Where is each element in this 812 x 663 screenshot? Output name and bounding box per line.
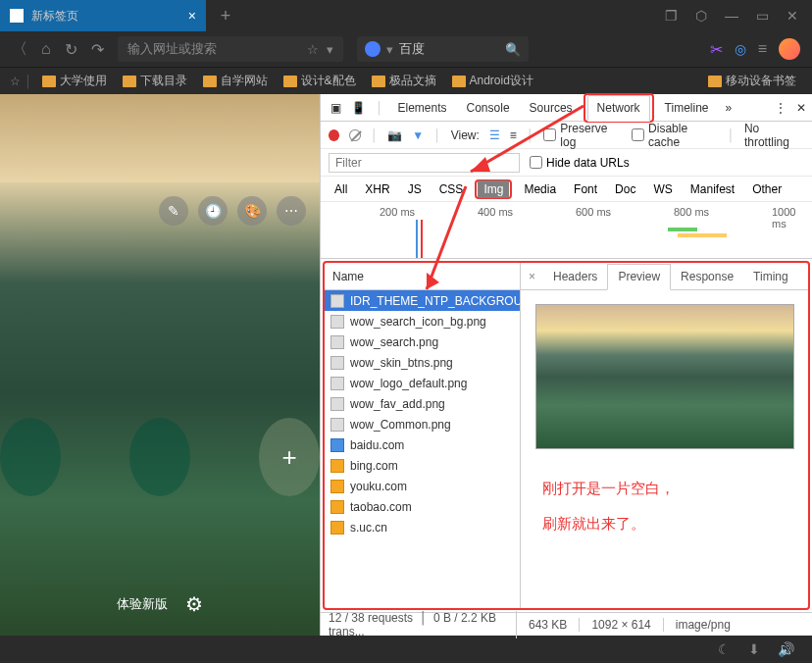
request-row[interactable]: bing.com (325, 455, 520, 476)
folder-icon (283, 76, 297, 87)
type-xhr[interactable]: XHR (359, 180, 395, 198)
device-icon[interactable]: 📱 (347, 101, 370, 115)
tab-timeline[interactable]: Timeline (656, 94, 718, 121)
download-icon[interactable]: ⬇ (748, 641, 760, 657)
speed-dial-add[interactable]: + (259, 418, 320, 496)
type-img[interactable]: Img (478, 180, 509, 198)
inspect-icon[interactable]: ▣ (327, 101, 345, 115)
bookmark-star-icon[interactable]: ☆ (10, 75, 21, 88)
waterfall-timeline[interactable]: 200 ms 400 ms 600 ms 800 ms 1000 ms (321, 202, 812, 259)
mobile-bookmarks[interactable]: 移动设备书签 (702, 73, 802, 89)
request-row[interactable]: wow_skin_btns.png (325, 352, 520, 373)
disable-cache-checkbox[interactable]: Disable cache (632, 122, 717, 149)
home-icon[interactable]: ⌂ (41, 40, 51, 58)
view-large-icon[interactable]: ☰ (489, 128, 500, 142)
throttling-select[interactable]: No throttling (744, 122, 804, 149)
type-media[interactable]: Media (518, 180, 562, 198)
bookmark-folder[interactable]: 自学网站 (197, 73, 274, 89)
ntp-palette-icon[interactable]: 🎨 (237, 196, 267, 226)
type-ws[interactable]: WS (647, 180, 678, 198)
request-row[interactable]: taobao.com (325, 496, 520, 517)
speed-dial[interactable] (0, 418, 61, 496)
ntp-history-icon[interactable]: 🕘 (198, 196, 228, 226)
request-row[interactable]: wow_search_icon_bg.png (325, 311, 520, 332)
type-css[interactable]: CSS (433, 180, 470, 198)
dropdown-icon[interactable]: ▾ (327, 42, 333, 57)
close-preview-icon[interactable]: × (521, 270, 543, 283)
tab-preview[interactable]: Preview (607, 264, 671, 290)
new-tab-button[interactable]: + (206, 0, 245, 31)
reload-icon[interactable]: ↻ (65, 40, 77, 59)
url-input[interactable]: 输入网址或搜索 ☆ ▾ (118, 36, 343, 62)
request-row[interactable]: wow_Common.png (325, 414, 520, 434)
request-row[interactable]: wow_fav_add.png (325, 393, 520, 414)
bookmark-label: 自学网站 (221, 73, 268, 89)
type-manifest[interactable]: Manifest (685, 180, 740, 198)
clear-icon[interactable] (349, 129, 360, 141)
view-small-icon[interactable]: ≡ (510, 128, 517, 142)
request-row[interactable]: wow_search.png (325, 332, 520, 352)
request-row[interactable]: baidu.com (325, 434, 520, 455)
back-icon[interactable]: 〈 (12, 39, 27, 60)
preserve-log-checkbox[interactable]: Preserve log (543, 122, 622, 149)
ntp-try-new[interactable]: 体验新版 (117, 595, 168, 613)
tab-elements[interactable]: Elements (389, 94, 456, 121)
request-row[interactable]: s.uc.cn (325, 517, 520, 537)
menu-icon[interactable]: ≡ (758, 40, 767, 58)
request-row[interactable]: youku.com (325, 476, 520, 496)
camera-icon[interactable]: 📷 (387, 128, 402, 142)
maximize-icon[interactable]: ▭ (756, 8, 769, 24)
ntp-more-icon[interactable]: ⋯ (277, 196, 306, 226)
tab-timing[interactable]: Timing (743, 263, 798, 289)
shirt-icon[interactable]: ⬡ (695, 8, 707, 24)
type-other[interactable]: Other (746, 180, 787, 198)
ntp-edit-icon[interactable]: ✎ (159, 196, 188, 226)
request-row[interactable]: IDR_THEME_NTP_BACKGROUN... (325, 290, 520, 311)
speed-dial[interactable] (129, 418, 190, 496)
restore-icon[interactable]: ❐ (665, 8, 678, 24)
volume-icon[interactable]: 🔊 (778, 641, 794, 657)
hide-data-urls-checkbox[interactable]: Hide data URLs (530, 156, 630, 170)
bookmark-folder[interactable]: 设计&配色 (278, 73, 362, 89)
bookmark-star-icon[interactable]: ☆ (307, 42, 319, 57)
moon-icon[interactable]: ☾ (718, 641, 731, 657)
tab-console[interactable]: Console (458, 94, 519, 121)
bookmark-folder[interactable]: 大学使用 (36, 73, 113, 89)
file-icon (330, 500, 344, 514)
file-icon (330, 335, 344, 349)
tab-headers[interactable]: Headers (543, 263, 607, 289)
minimize-icon[interactable]: — (725, 8, 738, 24)
request-name: wow_fav_add.png (350, 397, 445, 411)
target-icon[interactable]: ◎ (735, 41, 746, 57)
tab-response[interactable]: Response (671, 263, 743, 289)
tab-close-icon[interactable]: × (188, 8, 196, 24)
scissors-icon[interactable]: ✂ (710, 40, 723, 59)
devtools-menu-icon[interactable]: ⋮ (775, 101, 787, 115)
search-icon[interactable]: 🔍 (505, 42, 521, 57)
search-engine-field[interactable]: ▾ 百度 🔍 (357, 36, 529, 62)
engine-dropdown-icon[interactable]: ▾ (386, 42, 393, 57)
browser-tab[interactable]: 新标签页 × (0, 0, 206, 31)
user-avatar[interactable] (779, 38, 800, 60)
type-font[interactable]: Font (568, 180, 603, 198)
filter-row: Hide data URLs (321, 149, 812, 177)
forward-icon[interactable]: ↷ (91, 40, 104, 59)
close-window-icon[interactable]: ✕ (787, 8, 798, 24)
filter-input[interactable] (329, 153, 520, 173)
record-icon[interactable] (329, 129, 339, 141)
gear-icon[interactable]: ⚙ (185, 592, 203, 616)
filter-icon[interactable]: ▼ (412, 128, 424, 142)
type-js[interactable]: JS (402, 180, 428, 198)
bookmark-folder[interactable]: Android设计 (446, 73, 539, 89)
more-tabs-icon[interactable]: » (720, 101, 738, 115)
tab-sources[interactable]: Sources (521, 94, 582, 121)
devtools-close-icon[interactable]: ✕ (796, 101, 806, 115)
bookmark-folder[interactable]: 极品文摘 (366, 73, 442, 89)
request-name: bing.com (350, 459, 398, 473)
name-column-header[interactable]: Name (325, 263, 520, 290)
bookmark-folder[interactable]: 下载目录 (117, 73, 193, 89)
type-all[interactable]: All (329, 180, 353, 198)
tab-network[interactable]: Network (587, 95, 650, 122)
request-row[interactable]: wow_logo_default.png (325, 373, 520, 393)
type-doc[interactable]: Doc (609, 180, 641, 198)
